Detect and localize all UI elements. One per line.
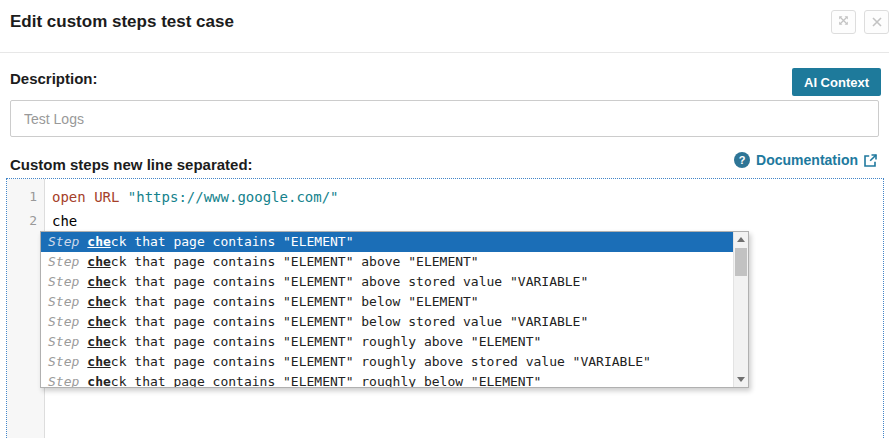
hint-typed-text: che: [87, 374, 110, 388]
hint-rest-text: ck that page contains "ELEMENT" above st…: [111, 274, 588, 289]
scroll-up-arrow-icon[interactable]: [734, 232, 748, 247]
autocomplete-item[interactable]: Stepcheck that page contains "ELEMENT" b…: [41, 312, 733, 332]
hint-step-prefix: Step: [48, 334, 79, 349]
dropdown-scrollbar[interactable]: [733, 232, 748, 387]
documentation-label: Documentation: [756, 152, 858, 168]
hint-typed-text: che: [87, 334, 110, 349]
autocomplete-item[interactable]: Stepcheck that page contains "ELEMENT" r…: [41, 332, 733, 352]
custom-steps-label: Custom steps new line separated:: [10, 156, 253, 173]
documentation-link[interactable]: ? Documentation: [734, 152, 877, 168]
ai-context-button[interactable]: AI Context: [792, 68, 881, 96]
hint-rest-text: ck that page contains "ELEMENT": [111, 234, 354, 249]
hint-typed-text: che: [87, 274, 110, 289]
autocomplete-item[interactable]: Stepcheck that page contains "ELEMENT" r…: [41, 352, 733, 372]
hint-step-prefix: Step: [48, 314, 79, 329]
external-link-icon: [864, 154, 877, 167]
hint-step-prefix: Step: [48, 294, 79, 309]
close-icon: [872, 15, 882, 30]
close-button[interactable]: [864, 10, 889, 34]
hint-step-prefix: Step: [48, 354, 79, 369]
code-line-1[interactable]: open URL"https://www.google.com/": [52, 185, 883, 209]
description-label: Description:: [10, 70, 98, 87]
hint-typed-text: che: [87, 254, 110, 269]
hint-step-prefix: Step: [48, 234, 79, 249]
hint-rest-text: ck that page contains "ELEMENT" below "E…: [111, 294, 479, 309]
hint-typed-text: che: [87, 354, 110, 369]
hint-typed-text: che: [87, 294, 110, 309]
hint-typed-text: che: [87, 234, 110, 249]
maximize-button[interactable]: [831, 10, 856, 34]
expand-arrows-icon: [837, 13, 850, 31]
scrollbar-thumb[interactable]: [735, 248, 747, 276]
editor-code-area[interactable]: open URL"https://www.google.com/" che: [46, 179, 883, 233]
edit-test-case-modal: Edit custom steps test case Description:…: [0, 0, 889, 438]
hint-step-prefix: Step: [48, 374, 79, 388]
description-input[interactable]: [10, 100, 879, 137]
hint-typed-text: che: [87, 314, 110, 329]
hint-step-prefix: Step: [48, 274, 79, 289]
line-number: 2: [7, 209, 44, 233]
plain-token: che: [52, 213, 77, 229]
autocomplete-item[interactable]: Stepcheck that page contains "ELEMENT" a…: [41, 252, 733, 272]
code-line-2[interactable]: che: [52, 209, 883, 233]
hint-rest-text: ck that page contains "ELEMENT" roughly …: [111, 334, 541, 349]
autocomplete-item[interactable]: Stepcheck that page contains "ELEMENT" r…: [41, 372, 733, 388]
string-token: "https://www.google.com/": [128, 189, 339, 205]
autocomplete-dropdown: Stepcheck that page contains "ELEMENT" S…: [40, 231, 749, 388]
hint-rest-text: ck that page contains "ELEMENT" roughly …: [111, 354, 651, 369]
help-question-icon[interactable]: ?: [734, 152, 750, 168]
autocomplete-item[interactable]: Stepcheck that page contains "ELEMENT" b…: [41, 292, 733, 312]
autocomplete-item[interactable]: Stepcheck that page contains "ELEMENT" a…: [41, 272, 733, 292]
hint-rest-text: ck that page contains "ELEMENT" roughly …: [111, 374, 541, 388]
line-number: 1: [7, 185, 44, 209]
scroll-down-arrow-icon[interactable]: [734, 372, 748, 387]
page-title: Edit custom steps test case: [10, 12, 234, 32]
autocomplete-item[interactable]: Stepcheck that page contains "ELEMENT": [41, 232, 733, 252]
keyword-token: open URL: [52, 189, 119, 205]
header-divider: [0, 52, 889, 53]
hint-rest-text: ck that page contains "ELEMENT" below st…: [111, 314, 588, 329]
hint-rest-text: ck that page contains "ELEMENT" above "E…: [111, 254, 479, 269]
hint-step-prefix: Step: [48, 254, 79, 269]
